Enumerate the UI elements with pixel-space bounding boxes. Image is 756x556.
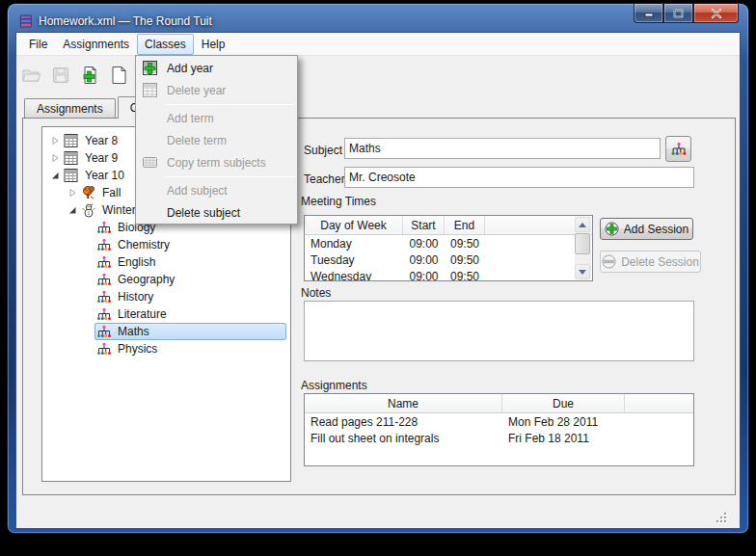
expander-expanded-icon[interactable] [67,204,78,216]
menu-item-add-term[interactable]: Add term [136,107,297,129]
subject-icon-button[interactable] [665,136,691,162]
cell-start: 09:00 [403,253,445,267]
classes-dropdown-menu: Add year Delete year Add term Delete ter… [135,55,298,225]
expander-expanded-icon[interactable] [49,170,61,181]
scroll-up-button[interactable] [575,217,590,232]
subject-chart-icon [95,220,112,235]
tree-item-english[interactable]: English [42,253,290,271]
tree-item-label: Geography [115,273,177,286]
add-item-button[interactable] [78,65,100,87]
menu-classes[interactable]: Classes [137,34,194,55]
subject-chart-icon [95,306,112,322]
tree-item-physics[interactable]: Physics [42,340,290,357]
cell-name: Fill out sheet on integrals [305,432,502,445]
add-session-button[interactable]: Add Session [600,218,693,240]
minimize-button[interactable] [634,4,663,23]
meeting-row-wednesday[interactable]: Wednesday 09:00 09:50 [305,268,592,281]
assignment-row[interactable]: Read pages 211-228 Mon Feb 28 2011 [305,413,693,430]
notes-textarea[interactable] [304,301,694,361]
menu-item-copy-term-subjects[interactable]: Copy term subjects [136,151,297,173]
cell-end: 09:50 [445,237,485,251]
expander-collapsed-icon[interactable] [49,135,61,146]
column-header-due[interactable]: Due [502,394,625,412]
assignments-header[interactable]: Name Due [305,394,693,413]
add-session-label: Add Session [624,223,688,236]
subject-chart-icon [95,237,112,252]
fall-tree-icon [80,185,96,200]
maximize-icon [673,9,684,18]
assignments-table[interactable]: Name Due Read pages 211-228 Mon Feb 28 2… [304,393,694,466]
title-bar[interactable]: Homework.xml — The Round Tuit [17,10,633,33]
menu-item-label: Add term [163,112,214,125]
app-books-icon [17,13,33,29]
tree-item-maths-selected[interactable]: Maths [42,323,290,340]
document-icon [110,66,127,85]
cell-start: 09:00 [403,237,445,251]
copy-term-icon [136,156,163,169]
save-file-button[interactable] [49,65,71,87]
cell-end: 09:50 [445,253,485,267]
menu-item-add-year[interactable]: Add year [136,57,297,79]
maximize-button[interactable] [663,4,693,23]
meeting-times-scrollbar[interactable] [575,217,591,279]
tree-item-geography[interactable]: Geography [42,271,290,288]
menu-item-delete-subject[interactable]: Delete subject [136,201,297,224]
meeting-times-label: Meeting Times [301,195,376,208]
cell-end: 09:50 [445,270,485,282]
add-circle-icon [605,222,619,236]
menu-item-delete-year[interactable]: Delete year [136,79,297,101]
new-document-button[interactable] [107,65,129,87]
tree-item-label: English [115,255,158,269]
subject-input[interactable] [344,138,661,159]
resize-grip[interactable] [716,512,726,522]
tree-item-label: Winter [99,203,139,217]
year-table-icon [63,133,79,148]
subject-chart-icon [95,341,112,357]
floppy-disk-icon [52,66,69,84]
assignment-row[interactable]: Fill out sheet on integrals Fri Feb 18 2… [305,430,693,446]
tab-assignments[interactable]: Assignments [24,98,116,119]
window-controls [634,4,739,23]
column-header-start[interactable]: Start [403,216,445,234]
open-file-button[interactable] [20,65,42,87]
teacher-input[interactable] [344,167,694,188]
column-header-end[interactable]: End [445,216,485,234]
assignments-label: Assignments [301,379,367,392]
subject-label: Subject [304,144,342,157]
scroll-down-button[interactable] [575,264,590,279]
expander-collapsed-icon[interactable] [49,152,61,164]
cell-name: Read pages 211-228 [305,415,502,429]
subject-chart-icon [95,254,112,270]
menu-file[interactable]: File [21,34,55,55]
column-header-name[interactable]: Name [305,394,502,412]
meeting-row-tuesday[interactable]: Tuesday 09:00 09:50 [305,252,592,268]
close-icon [711,9,722,18]
menu-item-label: Delete subject [163,206,240,220]
cell-day: Wednesday [305,270,403,282]
cell-day: Tuesday [305,253,403,267]
client-area: File Assignments Classes Help [15,32,741,529]
menu-item-add-subject[interactable]: Add subject [136,179,297,201]
menu-assignments[interactable]: Assignments [55,34,137,55]
tree-item-label: Maths [115,325,152,338]
tree-item-history[interactable]: History [42,288,290,305]
expander-collapsed-icon[interactable] [67,187,78,199]
subject-chart-icon [95,324,112,339]
tree-item-label: Physics [115,342,160,356]
tree-item-label: Year 9 [82,151,121,165]
scroll-thumb[interactable] [575,233,590,254]
meeting-times-header[interactable]: Day of Week Start End [305,216,592,235]
tree-item-label: Chemistry [115,238,173,252]
cell-due: Fri Feb 18 2011 [502,432,625,445]
tree-item-label: Fall [99,186,123,199]
tree-item-chemistry[interactable]: Chemistry [42,236,290,253]
close-button[interactable] [693,4,739,23]
tree-item-literature[interactable]: Literature [42,305,290,323]
menu-help[interactable]: Help [194,34,233,55]
column-header-day[interactable]: Day of Week [305,216,403,234]
delete-session-button[interactable]: Delete Session [600,251,701,273]
meeting-times-table[interactable]: Day of Week Start End Monday 09:00 09:50… [304,215,593,281]
menu-item-delete-term[interactable]: Delete term [136,129,297,151]
window-title: Homework.xml — The Round Tuit [39,14,212,28]
meeting-row-monday[interactable]: Monday 09:00 09:50 [305,235,592,252]
